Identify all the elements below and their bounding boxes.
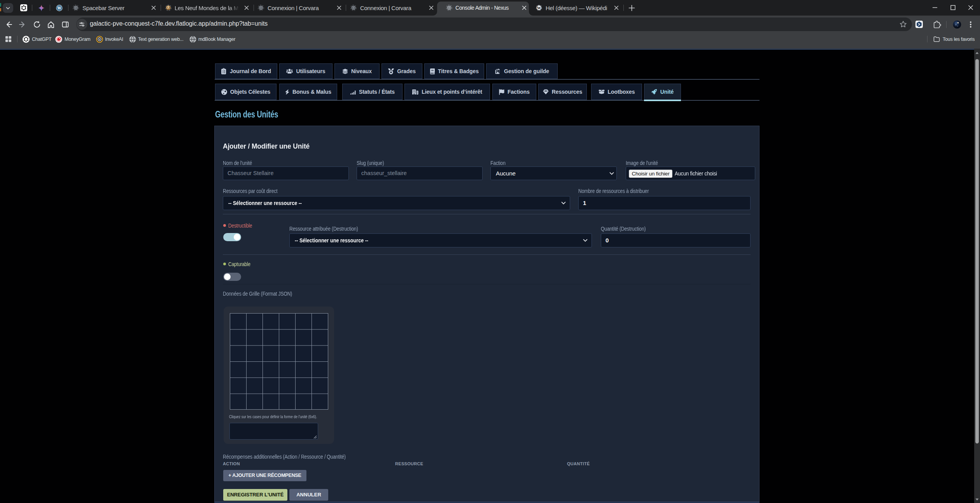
svg-text:W: W bbox=[537, 5, 541, 10]
svg-text:W: W bbox=[58, 6, 61, 10]
